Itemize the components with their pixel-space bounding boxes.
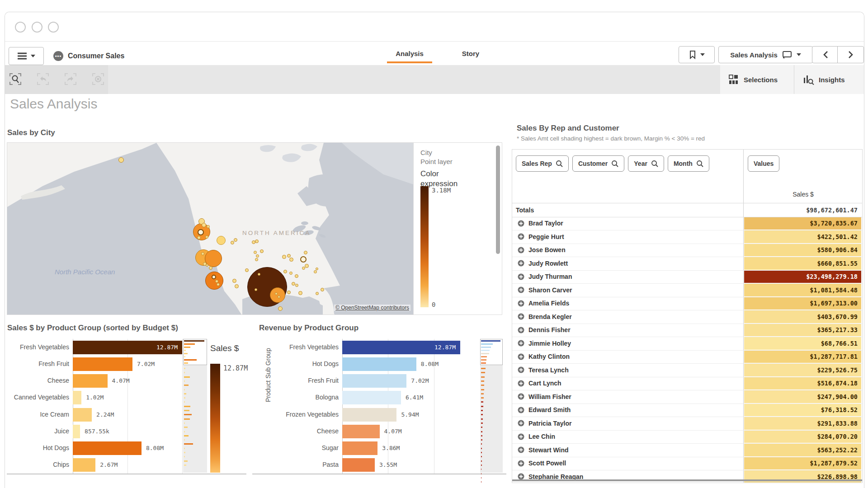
map-bubble[interactable] (260, 249, 264, 253)
expand-control[interactable] (518, 286, 524, 293)
expand-control[interactable] (518, 300, 524, 307)
map-bubble[interactable] (235, 284, 239, 288)
expand-icon[interactable] (518, 273, 524, 280)
expand-control[interactable] (518, 273, 524, 280)
expand-icon[interactable] (518, 340, 524, 347)
map-bubble[interactable] (201, 252, 204, 255)
expand-icon[interactable] (518, 420, 524, 427)
map-bubble[interactable] (275, 292, 278, 295)
bar[interactable] (73, 425, 80, 438)
expand-control[interactable] (518, 247, 524, 253)
expand-icon[interactable] (518, 220, 524, 227)
map-bubble[interactable] (217, 236, 226, 245)
map-bubble[interactable] (255, 258, 258, 261)
map-bubble[interactable] (254, 251, 257, 254)
table-row[interactable]: Patricia Taylor$291,833.88 (512, 417, 862, 431)
selections-button[interactable]: Selections (720, 65, 794, 94)
expand-icon[interactable] (518, 446, 524, 453)
expand-icon[interactable] (518, 473, 524, 480)
map-bubble[interactable] (292, 282, 295, 286)
map-bubble[interactable] (255, 288, 257, 291)
map-bubble[interactable] (278, 306, 283, 311)
table-row[interactable]: Sharon Carver$1,081,584.48 (512, 283, 862, 297)
table-row[interactable]: Kathy Clinton$1,287,717.81 (512, 350, 862, 364)
map-bubble[interactable] (202, 223, 206, 227)
map-bubble[interactable] (209, 266, 212, 270)
navigation-menu-button[interactable] (9, 47, 44, 65)
map-bubble[interactable] (232, 279, 236, 283)
expand-control[interactable] (518, 313, 524, 320)
table-row[interactable]: Dennis Fisher$365,217.33 (512, 324, 862, 338)
table-row[interactable]: Jimmie Holley$68,766.51 (512, 337, 862, 351)
expand-icon[interactable] (518, 393, 524, 400)
map-canvas[interactable]: NORTH AMERICA North Pacific Ocean © Open… (7, 143, 413, 314)
bar[interactable] (342, 374, 406, 388)
map-bubble[interactable] (289, 258, 293, 262)
bar[interactable] (73, 391, 81, 404)
insights-button[interactable]: Insights (794, 65, 864, 94)
filter-chip-month[interactable]: Month (668, 155, 709, 172)
expand-control[interactable] (518, 380, 524, 387)
expand-icon[interactable] (518, 380, 524, 387)
map-bubble[interactable] (205, 272, 223, 290)
bar[interactable] (73, 374, 108, 388)
map-bubble[interactable] (305, 264, 309, 268)
map-bubble[interactable] (215, 280, 218, 283)
bar[interactable] (73, 357, 132, 371)
table-row[interactable]: Teresa Lynch$229,526.75 (512, 363, 862, 377)
map-bubble[interactable] (206, 264, 208, 267)
bar[interactable] (342, 408, 396, 422)
expand-control[interactable] (518, 420, 524, 427)
table-row[interactable]: Cart Lynch$516,874.18 (512, 377, 862, 391)
map-bubble[interactable] (197, 236, 201, 239)
sheet-selector-button[interactable]: Sales Analysis (718, 46, 813, 63)
value-column-header[interactable]: Sales $ (744, 186, 862, 203)
map-bubble-ring[interactable] (212, 275, 216, 279)
expand-control[interactable] (518, 340, 524, 347)
map-bubble[interactable] (304, 251, 307, 254)
expand-control[interactable] (518, 220, 524, 227)
expand-control[interactable] (518, 353, 524, 360)
map-bubble[interactable] (287, 254, 291, 258)
map-bubble[interactable] (316, 292, 319, 295)
expand-icon[interactable] (518, 353, 524, 360)
expand-control[interactable] (518, 366, 524, 373)
bar[interactable] (342, 391, 401, 404)
map-bubble[interactable] (295, 284, 298, 287)
expand-icon[interactable] (518, 247, 524, 253)
map-bubble[interactable] (231, 241, 234, 244)
bar[interactable] (73, 341, 182, 354)
map-bubble[interactable] (283, 270, 287, 273)
expand-icon[interactable] (518, 366, 524, 373)
table-row[interactable]: William Fisher$247,904.00 (512, 390, 862, 404)
table-row[interactable]: Peggie Hurt$422,501.42 (512, 230, 862, 244)
minimap-window[interactable] (480, 339, 503, 365)
expand-icon[interactable] (518, 233, 524, 240)
bar[interactable] (342, 441, 377, 455)
map-bubble-ring[interactable] (300, 256, 307, 263)
expand-control[interactable] (518, 233, 524, 240)
expand-icon[interactable] (518, 460, 524, 467)
map-bubble[interactable] (118, 157, 124, 163)
map-bubble[interactable] (217, 283, 220, 286)
window-control-icon[interactable] (48, 22, 59, 33)
table-row[interactable]: Jose Bowen$580,906.84 (512, 244, 862, 258)
map-bubble[interactable] (278, 296, 280, 298)
bar[interactable] (73, 441, 142, 455)
table-row[interactable]: Stewart Wind$563,252.22 (512, 443, 862, 457)
bar[interactable] (342, 425, 380, 438)
chart-minimap[interactable] (480, 339, 503, 473)
map-bubble[interactable] (258, 273, 260, 276)
expand-control[interactable] (518, 446, 524, 453)
table-row[interactable]: Amelia Fields$1,697,313.00 (512, 297, 862, 311)
map-bubble[interactable] (245, 268, 249, 272)
undo-selection-button[interactable] (36, 72, 50, 86)
smart-search-button[interactable] (9, 72, 22, 86)
expand-icon[interactable] (518, 300, 524, 307)
table-row[interactable]: Brad Taylor$3,720,835.67 (512, 217, 862, 231)
window-control-icon[interactable] (32, 22, 42, 33)
expand-control[interactable] (518, 407, 524, 413)
map-bubble[interactable] (256, 254, 259, 258)
map-bubble[interactable] (298, 291, 302, 295)
table-row[interactable]: Judy Rowlett$660,851.55 (512, 257, 862, 271)
